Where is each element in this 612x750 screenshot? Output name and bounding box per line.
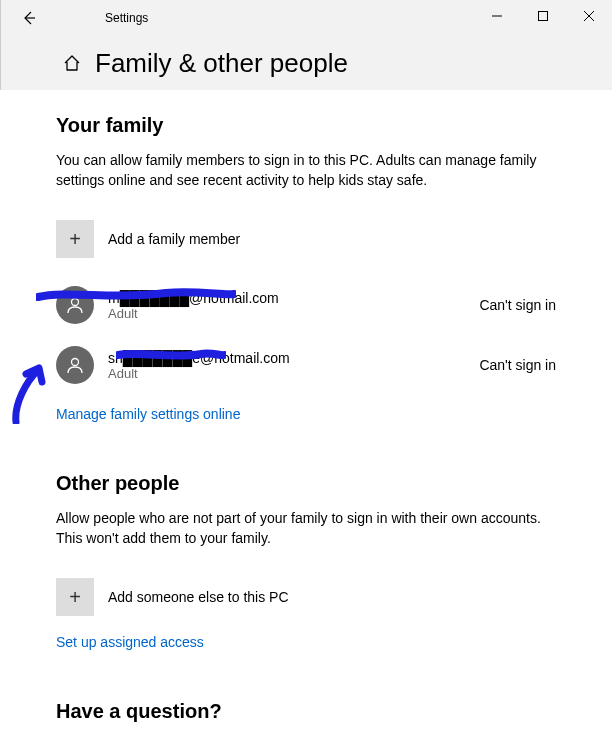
manage-family-link[interactable]: Manage family settings online [56,406,556,422]
member-status: Can't sign in [479,357,556,373]
other-people-section: Other people Allow people who are not pa… [56,472,556,650]
close-icon [584,11,594,21]
member-status: Can't sign in [479,297,556,313]
back-button[interactable] [1,0,57,36]
maximize-icon [538,11,548,21]
family-section-title: Your family [56,114,556,137]
family-description: You can allow family members to sign in … [56,151,556,190]
page-title: Family & other people [95,48,348,79]
family-member-row[interactable]: m███████@hotmail.com Adult Can't sign in [56,286,556,324]
member-role: Adult [108,306,465,321]
add-other-label: Add someone else to this PC [108,589,289,605]
plus-icon: + [56,578,94,616]
svg-point-2 [72,359,79,366]
close-button[interactable] [566,0,612,32]
add-family-label: Add a family member [108,231,240,247]
minimize-button[interactable] [474,0,520,32]
person-icon [56,346,94,384]
member-email: m███████@hotmail.com [108,290,465,306]
assigned-access-link[interactable]: Set up assigned access [56,634,556,650]
svg-rect-0 [539,12,548,21]
svg-point-1 [72,299,79,306]
plus-icon: + [56,220,94,258]
question-title: Have a question? [56,700,556,723]
other-section-title: Other people [56,472,556,495]
maximize-button[interactable] [520,0,566,32]
person-icon [56,286,94,324]
member-email: sh███████e@hotmail.com [108,350,465,366]
other-description: Allow people who are not part of your fa… [56,509,556,548]
member-role: Adult [108,366,465,381]
add-other-person[interactable]: + Add someone else to this PC [56,578,556,616]
arrow-left-icon [21,10,37,26]
family-member-row[interactable]: sh███████e@hotmail.com Adult Can't sign … [56,346,556,384]
family-section: Your family You can allow family members… [56,114,556,422]
minimize-icon [492,11,502,21]
hand-drawn-arrow [6,364,50,424]
add-family-member[interactable]: + Add a family member [56,220,556,258]
app-title: Settings [105,11,148,25]
question-section: Have a question? [56,700,556,723]
home-icon[interactable] [63,54,81,72]
